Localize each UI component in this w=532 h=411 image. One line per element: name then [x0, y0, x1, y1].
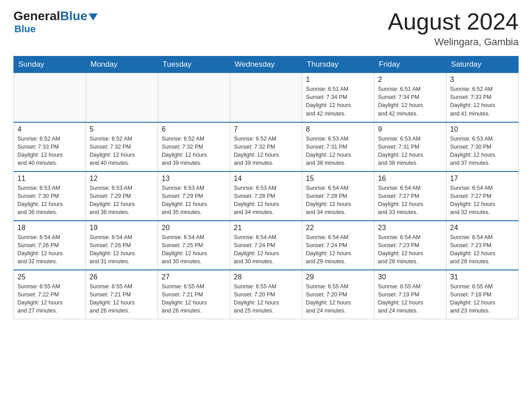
table-row: 10Sunrise: 6:53 AMSunset: 7:30 PMDayligh…	[446, 122, 519, 171]
logo-general: General	[13, 9, 60, 23]
day-info: Sunrise: 6:54 AMSunset: 7:26 PMDaylight:…	[17, 233, 82, 266]
table-row: 6Sunrise: 6:52 AMSunset: 7:32 PMDaylight…	[158, 122, 230, 171]
day-info: Sunrise: 6:53 AMSunset: 7:30 PMDaylight:…	[17, 184, 82, 217]
day-number: 10	[450, 125, 515, 133]
day-number: 14	[234, 175, 298, 183]
logo-triangle-icon	[89, 13, 98, 21]
calendar-table: Sunday Monday Tuesday Wednesday Thursday…	[13, 56, 519, 319]
day-number: 18	[17, 224, 82, 232]
calendar-week-row: 25Sunrise: 6:55 AMSunset: 7:22 PMDayligh…	[14, 270, 519, 319]
day-info: Sunrise: 6:53 AMSunset: 7:28 PMDaylight:…	[234, 184, 298, 217]
table-row: 24Sunrise: 6:54 AMSunset: 7:23 PMDayligh…	[446, 221, 519, 270]
col-sunday: Sunday	[14, 56, 86, 73]
table-row: 27Sunrise: 6:55 AMSunset: 7:21 PMDayligh…	[158, 270, 230, 319]
calendar-week-row: 11Sunrise: 6:53 AMSunset: 7:30 PMDayligh…	[14, 171, 519, 221]
day-info: Sunrise: 6:53 AMSunset: 7:31 PMDaylight:…	[378, 135, 442, 167]
day-number: 8	[306, 125, 370, 133]
day-info: Sunrise: 6:54 AMSunset: 7:24 PMDaylight:…	[234, 233, 298, 266]
calendar-week-row: 4Sunrise: 6:52 AMSunset: 7:33 PMDaylight…	[14, 122, 519, 171]
day-info: Sunrise: 6:55 AMSunset: 7:19 PMDaylight:…	[378, 283, 442, 315]
table-row: 18Sunrise: 6:54 AMSunset: 7:26 PMDayligh…	[14, 221, 86, 270]
day-number: 30	[378, 273, 442, 281]
table-row: 9Sunrise: 6:53 AMSunset: 7:31 PMDaylight…	[374, 122, 446, 171]
day-number: 6	[162, 125, 226, 133]
table-row	[86, 73, 158, 122]
day-number: 11	[17, 175, 82, 183]
col-friday: Friday	[374, 56, 446, 73]
day-info: Sunrise: 6:52 AMSunset: 7:32 PMDaylight:…	[234, 135, 298, 167]
day-number: 25	[17, 273, 82, 281]
day-number: 20	[162, 224, 226, 232]
day-info: Sunrise: 6:54 AMSunset: 7:28 PMDaylight:…	[306, 184, 370, 217]
day-number: 27	[162, 273, 226, 281]
day-number: 15	[306, 175, 370, 183]
table-row: 8Sunrise: 6:53 AMSunset: 7:31 PMDaylight…	[302, 122, 374, 171]
table-row: 5Sunrise: 6:52 AMSunset: 7:32 PMDaylight…	[86, 122, 158, 171]
table-row	[230, 73, 302, 122]
day-info: Sunrise: 6:55 AMSunset: 7:21 PMDaylight:…	[90, 283, 154, 315]
table-row: 1Sunrise: 6:51 AMSunset: 7:34 PMDaylight…	[302, 73, 374, 122]
day-info: Sunrise: 6:53 AMSunset: 7:31 PMDaylight:…	[306, 135, 370, 167]
table-row: 15Sunrise: 6:54 AMSunset: 7:28 PMDayligh…	[302, 171, 374, 221]
table-row: 17Sunrise: 6:54 AMSunset: 7:27 PMDayligh…	[446, 171, 519, 221]
table-row: 4Sunrise: 6:52 AMSunset: 7:33 PMDaylight…	[14, 122, 86, 171]
logo-blue: Blue	[60, 9, 87, 23]
day-info: Sunrise: 6:53 AMSunset: 7:29 PMDaylight:…	[90, 184, 154, 217]
month-year-title: August 2024	[388, 9, 519, 34]
col-thursday: Thursday	[302, 56, 374, 73]
day-number: 23	[378, 224, 442, 232]
table-row: 25Sunrise: 6:55 AMSunset: 7:22 PMDayligh…	[14, 270, 86, 319]
day-number: 17	[450, 175, 515, 183]
day-number: 16	[378, 175, 442, 183]
table-row: 13Sunrise: 6:53 AMSunset: 7:29 PMDayligh…	[158, 171, 230, 221]
day-number: 21	[234, 224, 298, 232]
day-info: Sunrise: 6:55 AMSunset: 7:20 PMDaylight:…	[306, 283, 370, 315]
calendar-header-row: Sunday Monday Tuesday Wednesday Thursday…	[14, 56, 519, 73]
day-info: Sunrise: 6:54 AMSunset: 7:26 PMDaylight:…	[90, 233, 154, 266]
day-number: 9	[378, 125, 442, 133]
table-row: 16Sunrise: 6:54 AMSunset: 7:27 PMDayligh…	[374, 171, 446, 221]
table-row: 19Sunrise: 6:54 AMSunset: 7:26 PMDayligh…	[86, 221, 158, 270]
table-row: 20Sunrise: 6:54 AMSunset: 7:25 PMDayligh…	[158, 221, 230, 270]
logo-text: General Blue	[13, 9, 98, 23]
day-info: Sunrise: 6:54 AMSunset: 7:23 PMDaylight:…	[450, 233, 515, 266]
title-block: August 2024 Welingara, Gambia	[388, 9, 519, 48]
day-info: Sunrise: 6:54 AMSunset: 7:25 PMDaylight:…	[162, 233, 226, 266]
col-tuesday: Tuesday	[158, 56, 230, 73]
day-number: 19	[90, 224, 154, 232]
day-number: 7	[234, 125, 298, 133]
col-wednesday: Wednesday	[230, 56, 302, 73]
day-info: Sunrise: 6:52 AMSunset: 7:33 PMDaylight:…	[17, 135, 82, 167]
day-info: Sunrise: 6:52 AMSunset: 7:33 PMDaylight:…	[450, 85, 515, 118]
table-row: 28Sunrise: 6:55 AMSunset: 7:20 PMDayligh…	[230, 270, 302, 319]
day-info: Sunrise: 6:54 AMSunset: 7:24 PMDaylight:…	[306, 233, 370, 266]
table-row: 31Sunrise: 6:55 AMSunset: 7:18 PMDayligh…	[446, 270, 519, 319]
table-row: 29Sunrise: 6:55 AMSunset: 7:20 PMDayligh…	[302, 270, 374, 319]
table-row: 21Sunrise: 6:54 AMSunset: 7:24 PMDayligh…	[230, 221, 302, 270]
day-number: 4	[17, 125, 82, 133]
table-row: 26Sunrise: 6:55 AMSunset: 7:21 PMDayligh…	[86, 270, 158, 319]
day-number: 29	[306, 273, 370, 281]
table-row	[14, 73, 86, 122]
table-row: 11Sunrise: 6:53 AMSunset: 7:30 PMDayligh…	[14, 171, 86, 221]
day-info: Sunrise: 6:51 AMSunset: 7:34 PMDaylight:…	[306, 85, 370, 118]
table-row: 7Sunrise: 6:52 AMSunset: 7:32 PMDaylight…	[230, 122, 302, 171]
table-row: 12Sunrise: 6:53 AMSunset: 7:29 PMDayligh…	[86, 171, 158, 221]
day-info: Sunrise: 6:54 AMSunset: 7:27 PMDaylight:…	[450, 184, 515, 217]
day-info: Sunrise: 6:51 AMSunset: 7:34 PMDaylight:…	[378, 85, 442, 118]
table-row: 14Sunrise: 6:53 AMSunset: 7:28 PMDayligh…	[230, 171, 302, 221]
table-row: 23Sunrise: 6:54 AMSunset: 7:23 PMDayligh…	[374, 221, 446, 270]
table-row: 30Sunrise: 6:55 AMSunset: 7:19 PMDayligh…	[374, 270, 446, 319]
day-info: Sunrise: 6:52 AMSunset: 7:32 PMDaylight:…	[162, 135, 226, 167]
day-number: 26	[90, 273, 154, 281]
logo: General Blue Blue	[13, 9, 98, 35]
col-saturday: Saturday	[446, 56, 519, 73]
day-info: Sunrise: 6:55 AMSunset: 7:18 PMDaylight:…	[450, 283, 515, 315]
table-row: 22Sunrise: 6:54 AMSunset: 7:24 PMDayligh…	[302, 221, 374, 270]
calendar-week-row: 18Sunrise: 6:54 AMSunset: 7:26 PMDayligh…	[14, 221, 519, 270]
day-info: Sunrise: 6:55 AMSunset: 7:21 PMDaylight:…	[162, 283, 226, 315]
day-number: 13	[162, 175, 226, 183]
logo-subtitle: Blue	[14, 23, 36, 35]
location-title: Welingara, Gambia	[388, 36, 519, 48]
day-info: Sunrise: 6:53 AMSunset: 7:30 PMDaylight:…	[450, 135, 515, 167]
